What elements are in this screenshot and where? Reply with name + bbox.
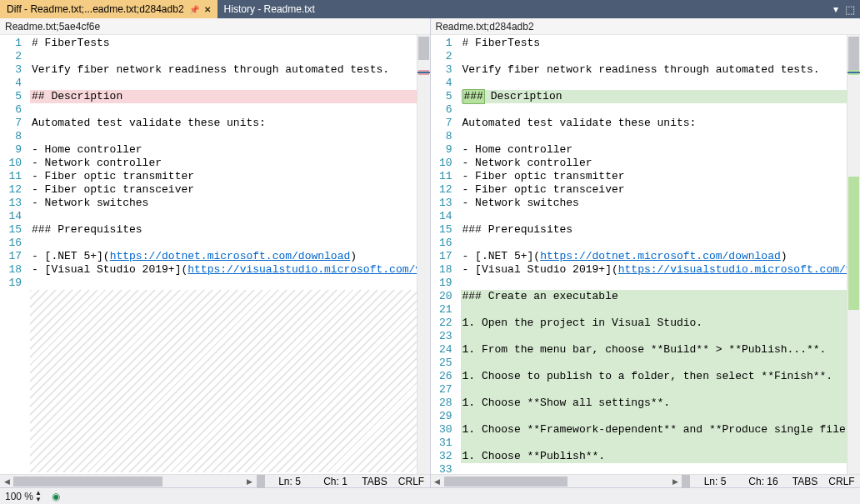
status-crlf[interactable]: CRLF: [823, 476, 860, 487]
code-line[interactable]: 1. Choose **Show all settings**.: [461, 397, 848, 410]
line-number: 12: [0, 183, 22, 197]
code-line[interactable]: 1. Choose to publish to a folder, then s…: [461, 370, 848, 383]
splitter-handle[interactable]: [257, 475, 265, 488]
hyperlink[interactable]: https://visualstudio.microsoft.com/vs/: [618, 263, 847, 277]
code-line[interactable]: Verify fiber network readiness through a…: [461, 63, 848, 77]
code-line[interactable]: [30, 130, 417, 143]
code-line[interactable]: - [.NET 5+](https://dotnet.microsoft.com…: [30, 250, 417, 263]
code-line[interactable]: - Fiber optic transmitter: [461, 170, 848, 183]
code-line[interactable]: [461, 237, 848, 250]
line-number: 18: [431, 263, 452, 277]
scroll-thumb[interactable]: [848, 37, 859, 70]
code-line[interactable]: [30, 77, 417, 90]
right-code[interactable]: # FiberTestsVerify fiber network readine…: [459, 35, 848, 474]
hyperlink[interactable]: https://dotnet.microsoft.com/download: [540, 250, 781, 263]
code-line[interactable]: # FiberTests: [30, 37, 417, 50]
code-line[interactable]: - Home controller: [30, 143, 417, 157]
window-dropdown-icon[interactable]: ▾: [833, 3, 838, 15]
line-number: 18: [0, 263, 22, 277]
code-line[interactable]: ### Prerequisites: [461, 223, 848, 237]
status-ln: Ln: 5: [690, 476, 740, 487]
code-line[interactable]: [461, 410, 848, 423]
pin-icon[interactable]: 📌: [189, 5, 199, 14]
code-line[interactable]: - [Visual Studio 2019+](https://visualst…: [461, 263, 848, 277]
code-line[interactable]: [461, 103, 848, 117]
code-line[interactable]: - [.NET 5+](https://dotnet.microsoft.com…: [461, 250, 848, 263]
splitter-handle[interactable]: [682, 475, 690, 488]
scroll-thumb[interactable]: [418, 37, 429, 60]
code-line[interactable]: # FiberTests: [461, 37, 848, 50]
left-hscroll[interactable]: ◀ ▶ Ln: 5 Ch: 1 TABS CRLF: [0, 474, 430, 487]
scroll-left-icon[interactable]: ◀: [431, 475, 444, 488]
scroll-thumb[interactable]: [444, 477, 568, 487]
code-line[interactable]: 1. Choose **Publish**.: [461, 450, 848, 463]
code-line[interactable]: - Network controller: [461, 157, 848, 170]
zoom-updown-icon[interactable]: ▲▼: [35, 490, 42, 503]
right-vscroll[interactable]: [847, 35, 860, 474]
code-line[interactable]: [461, 50, 848, 63]
code-line[interactable]: [461, 130, 848, 143]
left-vscroll[interactable]: [417, 35, 430, 474]
code-line[interactable]: ### Create an executable: [461, 290, 848, 303]
line-number: 28: [431, 397, 452, 410]
code-line[interactable]: ## Description: [30, 90, 417, 103]
line-number: 17: [0, 250, 22, 263]
right-hscroll[interactable]: ◀ ▶ Ln: 5 Ch: 16 TABS CRLF: [431, 474, 861, 487]
code-line[interactable]: Automated test validate these units:: [461, 117, 848, 130]
code-line[interactable]: - Network switches: [30, 197, 417, 210]
code-line[interactable]: - Home controller: [461, 143, 848, 157]
line-number: 21: [431, 303, 452, 317]
status-crlf[interactable]: CRLF: [393, 476, 430, 487]
code-line[interactable]: 1. From the menu bar, choose **Build** >…: [461, 343, 848, 357]
code-line[interactable]: [30, 237, 417, 250]
scroll-right-icon[interactable]: ▶: [668, 475, 682, 488]
diff-panes: Readme.txt;5ae4cf6e 12345678910111213141…: [0, 18, 860, 487]
no-issues-icon[interactable]: ◉: [47, 491, 65, 502]
code-line[interactable]: - Fiber optic transmitter: [30, 170, 417, 183]
code-line[interactable]: [461, 277, 848, 290]
code-line[interactable]: Automated test validate these units:: [30, 117, 417, 130]
left-code[interactable]: # FiberTestsVerify fiber network readine…: [28, 35, 417, 474]
code-line[interactable]: [30, 277, 417, 290]
code-line[interactable]: 1. Open the project in Visual Studio.: [461, 317, 848, 330]
code-line[interactable]: [461, 303, 848, 317]
code-line[interactable]: 1. Choose **Framework-dependent** and **…: [461, 423, 848, 437]
code-line[interactable]: [30, 103, 417, 117]
code-line[interactable]: - Network switches: [461, 197, 848, 210]
code-line[interactable]: ### Prerequisites: [30, 223, 417, 237]
caret-mark: [848, 72, 860, 73]
line-number: 11: [0, 170, 22, 183]
code-line[interactable]: [461, 383, 848, 397]
zoom-control[interactable]: 100 % ▲▼: [0, 490, 47, 503]
maximize-icon[interactable]: ⬚: [845, 3, 855, 16]
code-line[interactable]: Verify fiber network readiness through a…: [30, 63, 417, 77]
code-line[interactable]: ### Description: [461, 90, 848, 103]
status-tabs[interactable]: TABS: [787, 476, 823, 487]
code-line[interactable]: - Fiber optic transceiver: [30, 183, 417, 197]
tab-history[interactable]: History - Readme.txt: [218, 0, 322, 18]
code-line[interactable]: [461, 463, 848, 474]
scroll-left-icon[interactable]: ◀: [0, 475, 13, 488]
code-line[interactable]: [30, 50, 417, 63]
code-line[interactable]: - Fiber optic transceiver: [461, 183, 848, 197]
scroll-thumb[interactable]: [13, 477, 162, 487]
right-editor[interactable]: 1234567891011121314151617181920212223242…: [431, 35, 848, 474]
status-tabs[interactable]: TABS: [357, 476, 393, 487]
code-line[interactable]: [461, 330, 848, 343]
line-number: 3: [0, 63, 22, 77]
hyperlink[interactable]: https://dotnet.microsoft.com/download: [110, 250, 351, 263]
code-line[interactable]: [461, 77, 848, 90]
tab-diff[interactable]: Diff - Readme.txt;...eadme.txt;d284adb2 …: [0, 0, 218, 18]
code-line[interactable]: [461, 210, 848, 223]
code-line[interactable]: - [Visual Studio 2019+](https://visualst…: [30, 263, 417, 277]
line-number: 20: [431, 290, 452, 303]
hyperlink[interactable]: https://visualstudio.microsoft.com/vs/: [188, 263, 416, 277]
code-line[interactable]: - Network controller: [30, 157, 417, 170]
code-line[interactable]: [461, 357, 848, 370]
left-editor[interactable]: 12345678910111213141516171819 # FiberTes…: [0, 35, 417, 474]
code-line[interactable]: [461, 437, 848, 450]
close-icon[interactable]: ✕: [204, 5, 211, 14]
code-line[interactable]: [30, 210, 417, 223]
scroll-right-icon[interactable]: ▶: [243, 475, 257, 488]
tab-bar: Diff - Readme.txt;...eadme.txt;d284adb2 …: [0, 0, 860, 18]
